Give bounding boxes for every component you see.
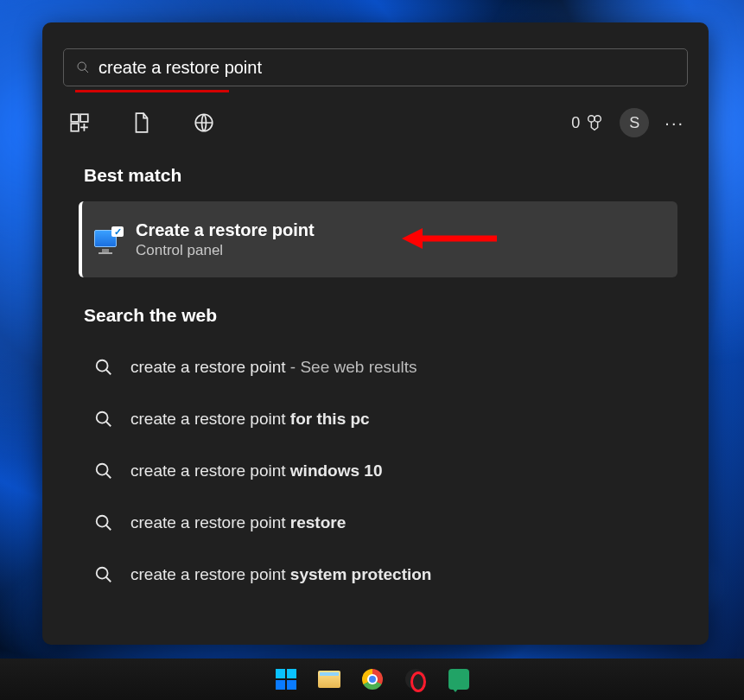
svg-rect-4: [71, 124, 79, 131]
annotation-arrow: [402, 224, 497, 253]
web-result-bold: system protection: [290, 565, 432, 583]
svg-point-16: [97, 516, 108, 527]
svg-point-7: [595, 116, 601, 122]
scope-apps-icon[interactable]: [67, 110, 92, 136]
best-match-heading: Best match: [84, 165, 709, 186]
web-result-4[interactable]: create a restore point system protection: [42, 549, 709, 601]
web-result-0[interactable]: create a restore point - See web results: [42, 341, 709, 393]
file-explorer-button[interactable]: [316, 666, 342, 692]
chrome-button[interactable]: [359, 666, 385, 692]
svg-point-12: [97, 412, 108, 423]
scope-web-icon[interactable]: [191, 110, 217, 136]
svg-point-6: [588, 116, 595, 122]
web-result-suffix: - See web results: [286, 358, 417, 376]
search-input[interactable]: [99, 58, 675, 78]
best-match-result[interactable]: ✓ Create a restore point Control panel: [79, 201, 677, 277]
web-result-prefix: create a restore point: [130, 358, 286, 376]
search-icon: [76, 60, 90, 74]
search-icon: [94, 358, 113, 377]
svg-marker-9: [402, 228, 423, 249]
opera-button[interactable]: [403, 666, 429, 692]
web-result-3[interactable]: create a restore point restore: [42, 497, 709, 549]
web-result-prefix: create a restore point: [130, 461, 290, 480]
search-icon: [94, 565, 113, 584]
control-panel-icon: ✓: [94, 226, 124, 252]
web-result-2[interactable]: create a restore point windows 10: [42, 445, 709, 497]
best-match-subtitle: Control panel: [136, 242, 315, 259]
search-panel: 0 S ··· Best match ✓ Create a restore po…: [42, 22, 709, 645]
more-button[interactable]: ···: [665, 113, 684, 133]
search-web-heading: Search the web: [84, 305, 709, 326]
svg-line-19: [106, 577, 111, 582]
svg-rect-2: [71, 114, 79, 122]
svg-rect-3: [80, 114, 88, 122]
rewards-icon: [585, 113, 604, 132]
web-result-1[interactable]: create a restore point for this pc: [42, 393, 709, 445]
start-button[interactable]: [273, 666, 299, 692]
svg-line-15: [106, 474, 111, 479]
web-result-prefix: create a restore point: [130, 565, 290, 583]
chat-app-button[interactable]: [446, 666, 472, 692]
web-result-bold: for this pc: [290, 410, 370, 428]
scope-documents-icon[interactable]: [129, 110, 155, 136]
search-bar[interactable]: [63, 48, 688, 86]
best-match-title: Create a restore point: [136, 220, 315, 240]
web-result-bold: restore: [290, 513, 346, 531]
search-icon: [94, 513, 113, 532]
svg-point-10: [97, 360, 108, 372]
search-icon: [94, 461, 113, 480]
taskbar: [0, 659, 744, 700]
svg-point-0: [78, 62, 86, 70]
web-result-prefix: create a restore point: [130, 513, 290, 531]
web-result-prefix: create a restore point: [130, 410, 290, 428]
search-icon: [94, 410, 113, 429]
rewards-indicator[interactable]: 0: [571, 113, 604, 132]
rewards-count: 0: [571, 114, 580, 132]
avatar[interactable]: S: [620, 108, 649, 137]
svg-line-17: [106, 525, 111, 531]
svg-point-18: [97, 568, 108, 579]
svg-line-11: [106, 370, 111, 375]
svg-line-1: [85, 69, 88, 73]
scope-row: 0 S ···: [42, 92, 709, 137]
avatar-letter: S: [629, 114, 639, 132]
svg-point-14: [97, 464, 108, 475]
web-result-bold: windows 10: [290, 461, 383, 480]
svg-line-13: [106, 422, 111, 427]
web-results-list: create a restore point - See web results…: [42, 341, 709, 601]
